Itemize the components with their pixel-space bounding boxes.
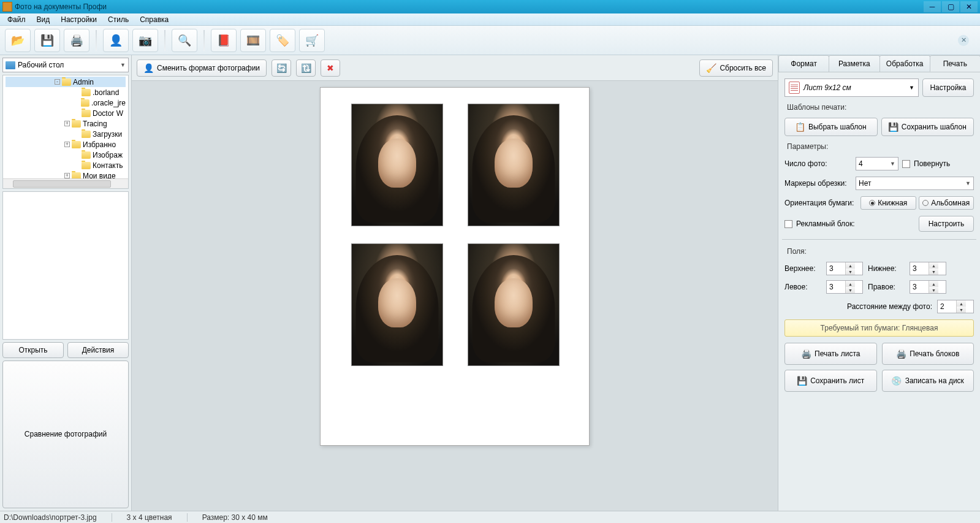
spin-up-icon[interactable]: ▲ bbox=[929, 281, 938, 287]
spin-up-icon[interactable]: ▲ bbox=[846, 281, 855, 287]
tree-node[interactable]: Doctor W bbox=[6, 108, 126, 118]
zoom-button[interactable]: 🔍 bbox=[172, 29, 197, 52]
tab-format[interactable]: Формат bbox=[778, 55, 829, 72]
tab-layout[interactable]: Разметка bbox=[829, 55, 879, 72]
flip-horizontal-button[interactable]: 🔄 bbox=[272, 59, 291, 77]
tab-processing[interactable]: Обработка bbox=[879, 55, 930, 72]
orientation-landscape-radio[interactable]: Альбомная bbox=[919, 196, 974, 210]
scrollbar-thumb[interactable] bbox=[13, 180, 111, 188]
expand-toggle[interactable]: + bbox=[64, 173, 70, 178]
photo-count-select[interactable]: 4▼ bbox=[856, 157, 898, 170]
spin-down-icon[interactable]: ▼ bbox=[846, 287, 855, 293]
margin-bottom-label: Нижнее: bbox=[868, 264, 905, 273]
menu-view[interactable]: Вид bbox=[32, 14, 55, 25]
rotate-checkbox[interactable] bbox=[902, 160, 910, 168]
orientation-portrait-radio[interactable]: Книжная bbox=[860, 196, 916, 210]
tree-node[interactable]: -Admin bbox=[6, 77, 126, 87]
person-button[interactable]: 👤 bbox=[103, 29, 129, 52]
location-combo[interactable]: Рабочий стол ▼ bbox=[2, 58, 129, 72]
spin-down-icon[interactable]: ▼ bbox=[929, 287, 938, 293]
tag-icon: 🏷️ bbox=[275, 33, 290, 48]
spin-down-icon[interactable]: ▼ bbox=[957, 307, 966, 313]
actions-button[interactable]: Действия bbox=[67, 342, 129, 358]
open-folder-button[interactable]: 📂 bbox=[5, 29, 31, 52]
photo-4[interactable] bbox=[468, 243, 560, 366]
menu-style[interactable]: Стиль bbox=[103, 14, 134, 25]
change-format-button[interactable]: 👤 Сменить формат фотографии bbox=[137, 59, 267, 77]
close-panel-button[interactable]: ✕ bbox=[958, 35, 969, 46]
expand-toggle[interactable]: + bbox=[64, 121, 70, 126]
print-sheet-button[interactable]: 🖨️Печать листа bbox=[784, 343, 877, 365]
expand-toggle[interactable]: + bbox=[64, 142, 70, 147]
horizontal-scrollbar[interactable] bbox=[3, 178, 128, 188]
margin-top-spinner[interactable]: ▲▼ bbox=[826, 262, 863, 275]
compare-photos-button[interactable]: Сравнение фотографий bbox=[2, 361, 129, 509]
reset-all-button[interactable]: 🧹 Сбросить все bbox=[699, 59, 773, 77]
main-toolbar: 📂 💾 🖨️ 👤 📷 🔍 📕 🎞️ 🏷️ 🛒 ✕ bbox=[0, 26, 980, 55]
menu-file[interactable]: Файл bbox=[2, 14, 31, 25]
book-icon: 📕 bbox=[216, 33, 231, 48]
tree-node[interactable]: +Избранно bbox=[6, 139, 126, 150]
expand-toggle[interactable]: - bbox=[55, 79, 60, 85]
adblock-configure-button[interactable]: Настроить bbox=[919, 216, 974, 232]
print-button[interactable]: 🖨️ bbox=[64, 29, 89, 52]
tree-node[interactable]: .borland bbox=[6, 87, 126, 97]
canvas[interactable] bbox=[132, 81, 778, 511]
person-icon: 👤 bbox=[108, 33, 123, 48]
spin-up-icon[interactable]: ▲ bbox=[846, 262, 855, 269]
tree-node[interactable]: +Tracing bbox=[6, 118, 126, 129]
adblock-checkbox[interactable] bbox=[784, 220, 792, 228]
camera-button[interactable]: 📷 bbox=[132, 29, 158, 52]
sheet-icon bbox=[789, 82, 800, 94]
person-icon: 👤 bbox=[143, 63, 153, 73]
close-window-button[interactable]: ✕ bbox=[960, 1, 978, 12]
photo-2[interactable] bbox=[468, 104, 560, 226]
spin-up-icon[interactable]: ▲ bbox=[929, 262, 938, 269]
crop-markers-label: Маркеры обрезки: bbox=[784, 179, 852, 188]
minimize-button[interactable]: ─ bbox=[924, 1, 941, 12]
flip-vertical-button[interactable]: 🔃 bbox=[296, 59, 316, 77]
photo-3[interactable] bbox=[351, 243, 443, 366]
printer-icon: 🖨️ bbox=[69, 33, 84, 48]
margin-bottom-spinner[interactable]: ▲▼ bbox=[910, 262, 946, 275]
print-blocks-button[interactable]: 🖨️Печать блоков bbox=[882, 343, 974, 365]
sheet-settings-button[interactable]: Настройка bbox=[922, 78, 974, 97]
reel-icon: 🎞️ bbox=[246, 33, 260, 48]
magnifier-icon: 🔍 bbox=[177, 33, 192, 48]
thumbnail-area[interactable] bbox=[2, 191, 129, 340]
reel-button[interactable]: 🎞️ bbox=[240, 29, 266, 52]
tag-button[interactable]: 🏷️ bbox=[270, 29, 295, 52]
save-sheet-button[interactable]: 💾Сохранить лист bbox=[784, 370, 877, 392]
select-template-button[interactable]: 📋Выбрать шаблон bbox=[784, 118, 878, 136]
open-button[interactable]: Открыть bbox=[2, 342, 64, 358]
margin-right-spinner[interactable]: ▲▼ bbox=[910, 280, 946, 294]
photo-1[interactable] bbox=[351, 104, 443, 226]
spin-down-icon[interactable]: ▼ bbox=[929, 269, 938, 275]
spin-down-icon[interactable]: ▼ bbox=[846, 269, 855, 275]
delete-button[interactable]: ✖ bbox=[321, 59, 340, 77]
margin-top-label: Верхнее: bbox=[784, 264, 821, 273]
tree-node[interactable]: .oracle_jre bbox=[6, 97, 126, 108]
spin-up-icon[interactable]: ▲ bbox=[957, 300, 966, 307]
maximize-button[interactable]: ▢ bbox=[942, 1, 959, 12]
save-template-button[interactable]: 💾Сохранить шаблон bbox=[881, 118, 974, 136]
gap-spinner[interactable]: ▲▼ bbox=[937, 300, 974, 313]
burn-disc-button[interactable]: 💿Записать на диск bbox=[882, 370, 974, 392]
crop-markers-select[interactable]: Нет▼ bbox=[856, 177, 974, 190]
status-size: Размер: 30 x 40 мм bbox=[202, 513, 268, 522]
menu-help[interactable]: Справка bbox=[135, 14, 173, 25]
tree-node[interactable]: Контакть bbox=[6, 160, 126, 170]
camera-icon: 📷 bbox=[138, 33, 153, 48]
margin-left-spinner[interactable]: ▲▼ bbox=[826, 280, 863, 294]
cart-button[interactable]: 🛒 bbox=[299, 29, 325, 52]
tree-label: Избранно bbox=[83, 140, 116, 149]
menu-settings[interactable]: Настройки bbox=[56, 14, 102, 25]
tree-node[interactable]: Загрузки bbox=[6, 129, 126, 139]
app-icon bbox=[2, 2, 12, 12]
tab-print[interactable]: Печать bbox=[930, 55, 980, 72]
tree-node[interactable]: Изображ bbox=[6, 150, 126, 160]
book-button[interactable]: 📕 bbox=[211, 29, 237, 52]
folder-tree[interactable]: -Admin.borland.oracle_jreDoctor W+Tracin… bbox=[2, 75, 129, 189]
save-button[interactable]: 💾 bbox=[34, 29, 60, 52]
sheet-size-select[interactable]: Лист 9x12 см ▼ bbox=[784, 78, 919, 97]
